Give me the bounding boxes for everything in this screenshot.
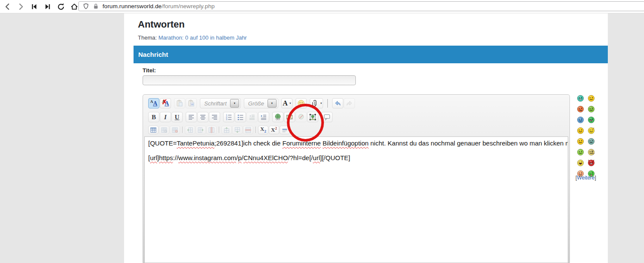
chevron-down-icon[interactable]: ▾ bbox=[268, 99, 277, 108]
bold-button[interactable]: B bbox=[148, 112, 159, 122]
align-left-button[interactable] bbox=[186, 112, 197, 122]
horizontal-rule-button[interactable] bbox=[280, 126, 290, 134]
quote-button[interactable] bbox=[321, 112, 333, 122]
font-family-select[interactable]: Schriftart▾ bbox=[200, 98, 241, 108]
toolbar-inner-separator bbox=[182, 127, 183, 133]
smiley-smile-green[interactable] bbox=[588, 105, 595, 113]
attachment-button[interactable]: ▾ bbox=[310, 98, 324, 108]
more-smilies-link[interactable]: [Weitere] bbox=[576, 175, 596, 181]
forward-button[interactable] bbox=[16, 2, 26, 12]
smiley-smile-yellow[interactable] bbox=[588, 95, 595, 102]
toolbar-group: AAAA✗ bbox=[148, 98, 171, 108]
more-smilies-bracket-close: ] bbox=[594, 175, 596, 181]
ordered-list-button[interactable]: 123 bbox=[223, 112, 234, 122]
align-right-button[interactable] bbox=[209, 112, 220, 122]
toolbar-group bbox=[332, 98, 355, 108]
reload-button[interactable] bbox=[56, 2, 66, 12]
smiley-wink-yellow[interactable] bbox=[577, 127, 584, 134]
font-color-button[interactable]: A▾ bbox=[281, 98, 292, 108]
smilies-button[interactable] bbox=[296, 98, 307, 108]
indent-button[interactable] bbox=[258, 112, 269, 122]
link-icon bbox=[274, 113, 282, 121]
smiley-gentleman-yellow[interactable] bbox=[588, 149, 595, 156]
table-properties-button[interactable] bbox=[159, 126, 169, 134]
underline-button[interactable]: U bbox=[171, 112, 183, 122]
smiley-smile-yellow-2[interactable] bbox=[577, 138, 584, 145]
insert-column-after-button[interactable] bbox=[196, 126, 206, 134]
insert-email-button[interactable] bbox=[284, 112, 295, 122]
insert-column-before-button[interactable] bbox=[185, 126, 195, 134]
remove-format-button[interactable]: AA✗ bbox=[160, 98, 171, 108]
undo-button[interactable] bbox=[332, 98, 343, 108]
message-textarea[interactable]: [QUOTE=TantePetunia;2692841]ich check di… bbox=[144, 136, 568, 263]
smiley-motz-orange[interactable] bbox=[577, 105, 584, 113]
insert-row-after-button[interactable] bbox=[232, 126, 243, 134]
source-mode-button[interactable]: AA bbox=[148, 98, 159, 108]
insert-link-button[interactable] bbox=[272, 112, 283, 122]
subscript-button[interactable]: X2 bbox=[258, 126, 268, 134]
toolbar-group: A▾ bbox=[281, 98, 292, 108]
text-sup-icon: X2 bbox=[271, 127, 277, 133]
align-center-button[interactable] bbox=[197, 112, 208, 122]
insert-image-button[interactable] bbox=[307, 112, 318, 122]
smiley-smile-blue[interactable] bbox=[577, 116, 584, 124]
smiley-sick-teal[interactable] bbox=[588, 138, 595, 145]
chevron-down-icon[interactable]: ▾ bbox=[230, 99, 239, 108]
paste-from-word-button[interactable]: W bbox=[186, 98, 197, 108]
smiley-smile-lightgreen[interactable] bbox=[577, 149, 584, 156]
section-header-nachricht: Nachricht bbox=[134, 46, 608, 63]
title-input[interactable] bbox=[143, 75, 356, 85]
superscript-button[interactable]: X2 bbox=[269, 126, 279, 134]
row-before-icon bbox=[223, 127, 230, 133]
image-icon bbox=[309, 113, 317, 121]
smiley-grin-teal[interactable] bbox=[577, 95, 584, 102]
topic-link[interactable]: Marathon: 0 auf 100 in halbem Jahr bbox=[159, 34, 247, 41]
home-button[interactable] bbox=[69, 2, 79, 12]
skip-back-button[interactable] bbox=[29, 2, 39, 12]
unlink-button[interactable] bbox=[296, 112, 307, 122]
paste-button[interactable] bbox=[174, 98, 185, 108]
smiley-laugh-green[interactable] bbox=[588, 116, 595, 124]
smiley-panel bbox=[577, 95, 598, 177]
redo-button[interactable] bbox=[344, 98, 355, 108]
quote-icon bbox=[323, 113, 331, 121]
email-icon bbox=[286, 113, 293, 121]
underline-button-label: U bbox=[175, 114, 180, 121]
url-host: forum.runnersworld.de bbox=[103, 3, 162, 9]
font-size-select[interactable]: Größe▾ bbox=[244, 98, 278, 108]
chevron-down-icon: ▾ bbox=[289, 102, 291, 105]
smiley-rofl-yellow[interactable] bbox=[577, 159, 584, 167]
toolbar-row-2: BIU123 bbox=[148, 111, 569, 123]
smiley-write-yellow[interactable] bbox=[588, 127, 595, 134]
section-header-label: Nachricht bbox=[138, 51, 168, 58]
delete-column-button[interactable] bbox=[206, 126, 217, 134]
url-bar[interactable]: forum.runnersworld.de/forum/newreply.php bbox=[78, 1, 644, 11]
aa-remove-icon: AA✗ bbox=[162, 100, 169, 107]
toolbar-group: X2X2 bbox=[148, 126, 290, 134]
delete-row-button[interactable] bbox=[243, 126, 253, 134]
delete-table-button[interactable] bbox=[170, 126, 180, 134]
outdent-button[interactable] bbox=[246, 112, 258, 122]
unordered-list-button[interactable] bbox=[235, 112, 246, 122]
shield-icon[interactable] bbox=[83, 3, 89, 9]
insert-table-button[interactable] bbox=[148, 126, 159, 134]
row-after-icon bbox=[234, 127, 241, 133]
skip-forward-button[interactable] bbox=[43, 2, 53, 12]
smiley-devil-red[interactable] bbox=[588, 159, 595, 167]
font-family-select-label: Schriftart bbox=[204, 100, 227, 107]
toolbar-group bbox=[321, 112, 333, 122]
back-button[interactable] bbox=[3, 2, 12, 12]
table-icon bbox=[150, 127, 157, 133]
title-field-label: Titel: bbox=[143, 67, 156, 74]
toolbar-inner-separator bbox=[219, 127, 219, 133]
align-left-icon bbox=[187, 113, 195, 121]
editor-text-line: [url]https://www.instagram.com/p/CNnu4XE… bbox=[148, 154, 564, 161]
toolbar-group: 123 bbox=[223, 112, 269, 122]
italic-button[interactable]: I bbox=[160, 112, 171, 122]
text-sub-icon: X2 bbox=[260, 126, 266, 133]
ol-icon: 123 bbox=[225, 113, 233, 121]
browser-toolbar: forum.runnersworld.de/forum/newreply.php bbox=[0, 0, 644, 13]
insert-row-before-button[interactable] bbox=[221, 126, 232, 134]
toolbar-group: W bbox=[174, 98, 197, 108]
svg-text:3: 3 bbox=[226, 118, 227, 121]
